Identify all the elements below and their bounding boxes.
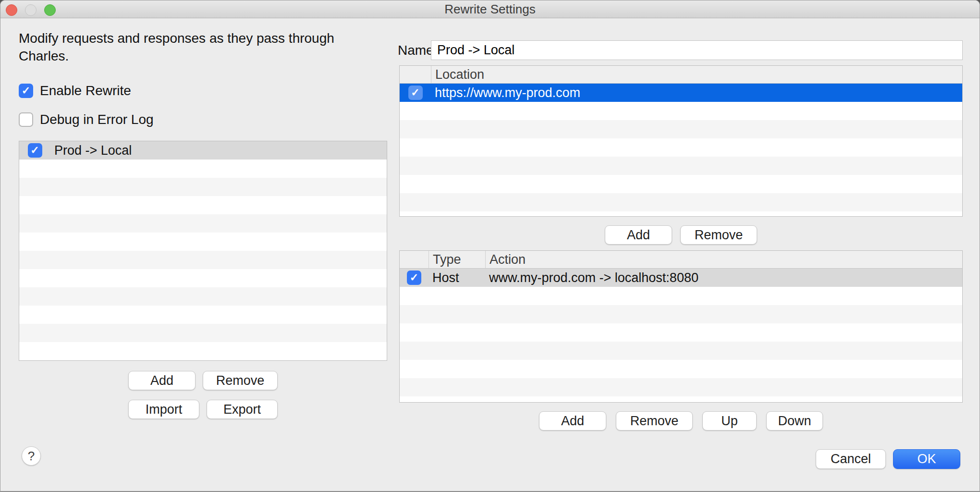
empty-row: [19, 251, 387, 269]
rule-set-add-button[interactable]: Add: [128, 371, 196, 390]
rule-add-button[interactable]: Add: [539, 411, 606, 430]
enable-rewrite-row: ✓ Enable Rewrite: [19, 83, 131, 98]
enable-rewrite-label: Enable Rewrite: [40, 83, 131, 98]
rewrite-settings-dialog: Rewrite Settings Modify requests and res…: [0, 0, 980, 492]
location-checkbox[interactable]: ✓: [408, 86, 423, 100]
rule-set-list: ✓ Prod -> Local: [19, 141, 387, 361]
empty-row: [400, 287, 962, 305]
rule-row[interactable]: ✓ Host www.my-prod.com -> localhost:8080: [400, 269, 962, 287]
location-column-header: Location: [431, 66, 962, 83]
debug-error-log-label: Debug in Error Log: [40, 112, 154, 127]
action-column-header: Action: [485, 251, 962, 268]
empty-row: [19, 178, 387, 196]
location-add-button[interactable]: Add: [605, 225, 672, 245]
location-remove-button[interactable]: Remove: [680, 225, 757, 245]
rule-set-row[interactable]: ✓ Prod -> Local: [19, 141, 387, 160]
rule-set-name: Prod -> Local: [50, 143, 387, 158]
empty-row: [400, 305, 962, 323]
empty-row: [400, 175, 962, 193]
rule-set-actions-row1: Add Remove: [19, 371, 387, 390]
empty-row: [400, 378, 962, 396]
empty-row: [400, 323, 962, 342]
empty-row: [400, 342, 962, 360]
cancel-button[interactable]: Cancel: [816, 449, 886, 469]
locations-table-header: Location: [400, 66, 962, 84]
description-text: Modify requests and responses as they pa…: [19, 29, 365, 65]
title-bar: Rewrite Settings: [0, 0, 980, 18]
rule-type: Host: [429, 271, 485, 285]
locations-actions: Add Remove: [399, 225, 963, 245]
name-input[interactable]: [431, 40, 963, 60]
ok-button[interactable]: OK: [893, 449, 960, 469]
empty-row: [19, 233, 387, 251]
help-button[interactable]: ?: [22, 446, 41, 466]
location-value: https://www.my-prod.com: [431, 86, 962, 100]
debug-error-log-checkbox[interactable]: [19, 112, 33, 127]
rules-checkbox-column-header: [400, 251, 429, 268]
empty-row: [400, 120, 962, 138]
rule-set-remove-button[interactable]: Remove: [203, 371, 278, 390]
rules-table: Type Action ✓ Host www.my-prod.com -> lo…: [399, 250, 963, 403]
rules-actions: Add Remove Up Down: [399, 411, 963, 430]
empty-row: [19, 196, 387, 214]
debug-error-log-row: Debug in Error Log: [19, 112, 154, 127]
empty-row: [19, 324, 387, 342]
empty-row: [19, 306, 387, 324]
window-title: Rewrite Settings: [0, 0, 980, 18]
empty-row: [19, 214, 387, 233]
rule-set-actions-row2: Import Export: [19, 400, 387, 419]
empty-row: [400, 102, 962, 120]
enable-rewrite-checkbox[interactable]: ✓: [19, 84, 33, 98]
empty-row: [400, 157, 962, 175]
empty-row: [400, 360, 962, 378]
rule-up-button[interactable]: Up: [702, 411, 757, 430]
empty-row: [19, 287, 387, 306]
empty-row: [400, 138, 962, 157]
rule-action: www.my-prod.com -> localhost:8080: [485, 271, 962, 285]
empty-row: [19, 160, 387, 178]
import-button[interactable]: Import: [128, 400, 199, 419]
location-row[interactable]: ✓ https://www.my-prod.com: [400, 84, 962, 102]
locations-checkbox-column-header: [400, 66, 431, 83]
empty-row: [19, 269, 387, 287]
locations-table: Location ✓ https://www.my-prod.com: [399, 65, 963, 217]
export-button[interactable]: Export: [207, 400, 278, 419]
empty-row: [400, 193, 962, 211]
rules-table-header: Type Action: [400, 251, 962, 269]
rule-set-checkbox[interactable]: ✓: [28, 143, 42, 158]
type-column-header: Type: [429, 251, 485, 268]
rule-down-button[interactable]: Down: [766, 411, 823, 430]
rule-remove-button[interactable]: Remove: [616, 411, 693, 430]
rule-checkbox[interactable]: ✓: [407, 271, 421, 285]
empty-row: [19, 342, 387, 360]
